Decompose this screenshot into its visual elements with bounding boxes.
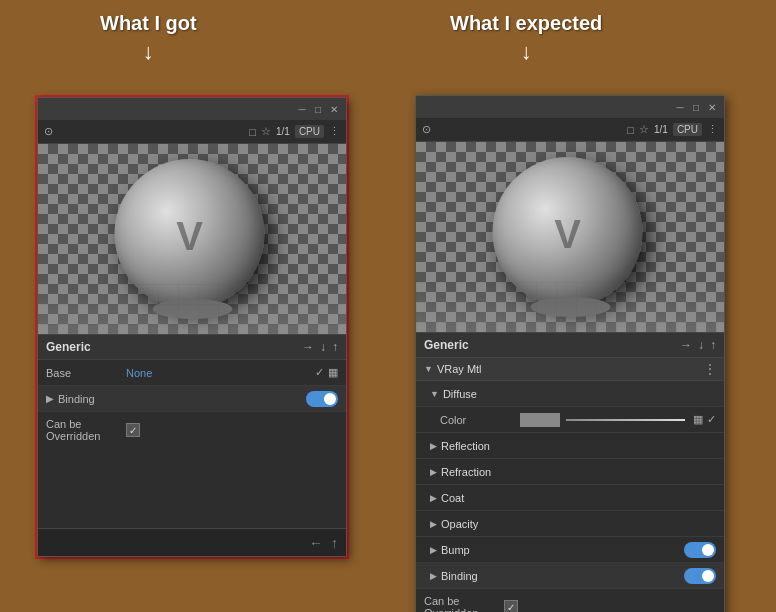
section-actions-expected: → ↓ ↑ bbox=[680, 338, 716, 352]
got-panel: ─ □ ✕ ⊙ □ ☆ 1/1 CPU ⋮ V bbox=[37, 97, 347, 557]
minimize-button-got[interactable]: ─ bbox=[296, 103, 308, 115]
preview-got: V bbox=[38, 144, 346, 334]
reflection-label: Reflection bbox=[441, 440, 490, 452]
override-checkbox-got[interactable]: ✓ bbox=[126, 423, 140, 437]
opacity-expand[interactable]: ▶ bbox=[430, 519, 437, 529]
opacity-label: Opacity bbox=[441, 518, 478, 530]
spacer-got bbox=[38, 448, 346, 528]
bump-row: ▶ Bump bbox=[416, 537, 724, 563]
got-text: What I got bbox=[100, 12, 197, 35]
maximize-button-got[interactable]: □ bbox=[312, 103, 324, 115]
close-button-expected[interactable]: ✕ bbox=[706, 101, 718, 113]
diffuse-label: Diffuse bbox=[443, 388, 477, 400]
title-bar-expected: ─ □ ✕ bbox=[416, 96, 724, 118]
color-row: Color ▦ ✓ bbox=[416, 407, 724, 433]
reflection-expand[interactable]: ▶ bbox=[430, 441, 437, 451]
opacity-row: ▶ Opacity bbox=[416, 511, 724, 537]
cpu-badge-expected: CPU bbox=[673, 123, 702, 136]
binding-toggle-got[interactable] bbox=[306, 391, 338, 407]
upload-icon-expected[interactable]: ↑ bbox=[710, 338, 716, 352]
color-swatch[interactable] bbox=[520, 413, 560, 427]
color-check[interactable]: ▦ bbox=[693, 413, 703, 426]
upload-icon-got[interactable]: ↑ bbox=[332, 340, 338, 354]
grid-got bbox=[38, 284, 346, 334]
camera-icon-got: ⊙ bbox=[44, 125, 53, 138]
diffuse-expand[interactable]: ▼ bbox=[430, 389, 439, 399]
arrow-down-expected: ↓ bbox=[521, 39, 532, 65]
star-icon-expected[interactable]: ☆ bbox=[639, 123, 649, 136]
bump-expand[interactable]: ▶ bbox=[430, 545, 437, 555]
binding-expand-expected[interactable]: ▶ bbox=[430, 571, 437, 581]
ground-plane-expected bbox=[416, 282, 724, 332]
section-title-got: Generic bbox=[46, 340, 91, 354]
copy-icon-got[interactable]: □ bbox=[249, 126, 256, 138]
toolbar-got: ⊙ □ ☆ 1/1 CPU ⋮ bbox=[38, 120, 346, 144]
check-mark-expected: ✓ bbox=[507, 602, 515, 613]
section-header-got: Generic → ↓ ↑ bbox=[38, 334, 346, 360]
nav-left-got[interactable]: ← bbox=[309, 535, 323, 551]
base-value-got[interactable]: None bbox=[126, 367, 315, 379]
svg-rect-1 bbox=[416, 282, 724, 332]
preview-expected: V bbox=[416, 142, 724, 332]
svg-rect-0 bbox=[38, 284, 346, 334]
vray-mtl-row: ▼ VRay Mtl ⋮ bbox=[416, 358, 724, 381]
refraction-expand[interactable]: ▶ bbox=[430, 467, 437, 477]
binding-expand-got[interactable]: ▶ bbox=[46, 393, 54, 404]
ground-plane-got bbox=[38, 284, 346, 334]
folder-icon-got[interactable]: ▦ bbox=[328, 366, 338, 379]
cpu-badge-got: CPU bbox=[295, 125, 324, 138]
expected-text: What I expected bbox=[450, 12, 602, 35]
section-header-expected: Generic → ↓ ↑ bbox=[416, 332, 724, 358]
mtl-expand-icon[interactable]: ▼ bbox=[424, 364, 433, 374]
color-lock[interactable]: ✓ bbox=[707, 413, 716, 426]
check-mark-got: ✓ bbox=[129, 425, 137, 436]
override-label-got: Can be Overridden bbox=[46, 418, 126, 442]
coat-label: Coat bbox=[441, 492, 464, 504]
panel-got: ─ □ ✕ ⊙ □ ☆ 1/1 CPU ⋮ V bbox=[35, 95, 349, 559]
override-row-got: Can be Overridden ✓ bbox=[38, 412, 346, 448]
maximize-button-expected[interactable]: □ bbox=[690, 101, 702, 113]
more-icon-expected[interactable]: ⋮ bbox=[707, 123, 718, 136]
mtl-more-icon[interactable]: ⋮ bbox=[704, 362, 716, 376]
minimize-button-expected[interactable]: ─ bbox=[674, 101, 686, 113]
binding-label-got: Binding bbox=[58, 393, 138, 405]
save-icon-expected[interactable]: ↓ bbox=[698, 338, 704, 352]
bump-label: Bump bbox=[441, 544, 684, 556]
expected-panel: ─ □ ✕ ⊙ □ ☆ 1/1 CPU ⋮ V bbox=[415, 95, 725, 612]
binding-toggle-expected[interactable] bbox=[684, 568, 716, 584]
properties-got: Generic → ↓ ↑ Base None ✓ ▦ ▶ Binding Ca… bbox=[38, 334, 346, 528]
save-icon-got[interactable]: ↓ bbox=[320, 340, 326, 354]
label-expected: What I expected ↓ bbox=[450, 12, 602, 65]
color-gradient bbox=[566, 419, 685, 421]
fraction-got: 1/1 bbox=[276, 126, 290, 137]
check-icon-got[interactable]: ✓ bbox=[315, 366, 324, 379]
arrow-down-got: ↓ bbox=[143, 39, 154, 65]
base-label-got: Base bbox=[46, 367, 126, 379]
bottom-bar-got: ← ↑ bbox=[38, 528, 346, 556]
nav-up-got[interactable]: ↑ bbox=[331, 535, 338, 551]
binding-row-expected: ▶ Binding bbox=[416, 563, 724, 589]
coat-expand[interactable]: ▶ bbox=[430, 493, 437, 503]
properties-expected: Generic → ↓ ↑ ▼ VRay Mtl ⋮ ▼ Diffuse C bbox=[416, 332, 724, 612]
grid-expected bbox=[416, 282, 724, 332]
close-button-got[interactable]: ✕ bbox=[328, 103, 340, 115]
mtl-label: VRay Mtl bbox=[437, 363, 704, 375]
copy-icon-expected[interactable]: □ bbox=[627, 124, 634, 136]
refraction-row: ▶ Refraction bbox=[416, 459, 724, 485]
arrow-icon-expected[interactable]: → bbox=[680, 338, 692, 352]
bump-toggle[interactable] bbox=[684, 542, 716, 558]
toolbar-expected: ⊙ □ ☆ 1/1 CPU ⋮ bbox=[416, 118, 724, 142]
title-bar-got: ─ □ ✕ bbox=[38, 98, 346, 120]
override-checkbox-expected[interactable]: ✓ bbox=[504, 600, 518, 612]
more-icon-got[interactable]: ⋮ bbox=[329, 125, 340, 138]
fraction-expected: 1/1 bbox=[654, 124, 668, 135]
color-label: Color bbox=[440, 414, 520, 426]
diffuse-row: ▼ Diffuse bbox=[416, 381, 724, 407]
star-icon-got[interactable]: ☆ bbox=[261, 125, 271, 138]
camera-icon-expected: ⊙ bbox=[422, 123, 431, 136]
refraction-label: Refraction bbox=[441, 466, 491, 478]
override-row-expected: Can be Overridden ✓ bbox=[416, 589, 724, 612]
label-got: What I got ↓ bbox=[100, 12, 197, 65]
panel-expected: ─ □ ✕ ⊙ □ ☆ 1/1 CPU ⋮ V bbox=[415, 95, 725, 612]
arrow-icon-got[interactable]: → bbox=[302, 340, 314, 354]
